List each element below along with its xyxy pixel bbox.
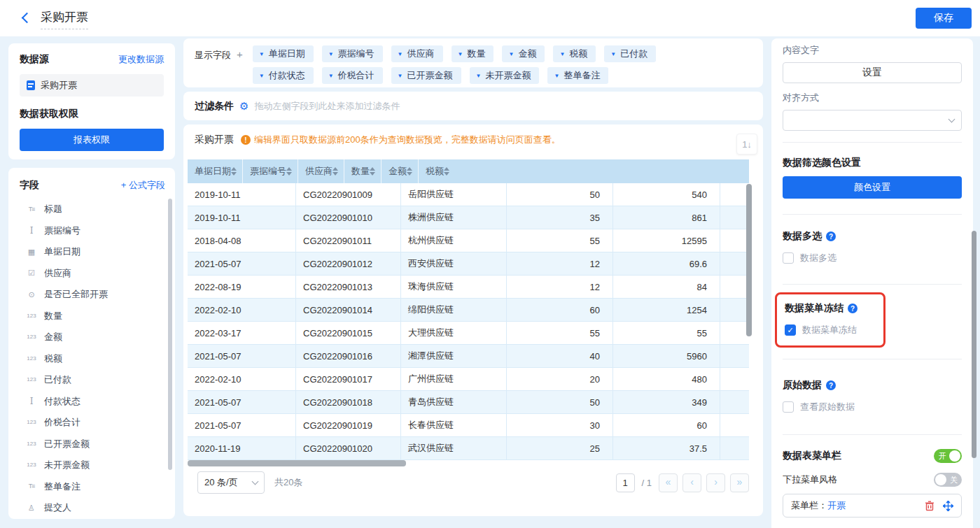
multi-select-checkbox-row[interactable]: 数据多选 [783,252,962,264]
sort-arrows-icon[interactable] [370,167,375,176]
add-formula-field-link[interactable]: + 公式字段 [121,179,165,192]
raw-data-checkbox-row[interactable]: 查看原始数据 [783,401,962,413]
table-row[interactable]: 2022-03-17 CG20220901015 大理供应链 55 55 [188,322,749,345]
datasource-item[interactable]: 采购开票 [20,74,164,97]
color-settings-button[interactable]: 颜色设置 [783,176,962,199]
field-list-item[interactable]: ☑ 供应商 [20,263,165,285]
document-icon [27,80,35,90]
help-icon[interactable]: ? [848,304,858,313]
display-field-chip[interactable]: ▼ 单据日期 [253,45,314,62]
checkbox-checked[interactable] [785,324,796,336]
table-horizontal-scrollbar[interactable] [188,460,406,466]
table-row[interactable]: 2022-08-19 CG20220901013 珠海供应链 12 84 [188,276,749,299]
menu-freeze-checkbox-row[interactable]: 数据菜单冻结 [785,324,875,336]
display-field-chip[interactable]: ▼ 未开票金额 [470,67,540,84]
table-column-header[interactable]: 数量 [344,159,382,183]
cell-supplier: 湘潭供应链 [401,345,507,367]
display-field-chip[interactable]: ▼ 供应商 [391,45,443,62]
table-column-header[interactable]: 税额 [419,159,455,183]
window-scrollbar[interactable] [972,231,976,458]
page-size-select[interactable]: 20 条/页 [197,471,265,494]
display-field-chip[interactable]: ▼ 付款状态 [253,67,314,84]
display-field-chip[interactable]: ▼ 税额 [553,45,596,62]
display-field-chip[interactable]: ▼ 数量 [451,45,494,62]
content-text-settings-button[interactable]: 设置 [783,62,962,83]
back-icon[interactable] [20,12,32,24]
field-list-item[interactable]: 123 数量 [20,306,165,327]
field-label: 税额 [44,352,62,365]
table-row[interactable]: 2018-04-08 CG20220901011 杭州供应链 55 12595 [188,229,749,252]
field-list-item[interactable]: I 付款状态 [20,391,165,413]
page-title: 采购开票 [41,9,88,29]
trash-icon[interactable] [925,501,934,511]
table-column-header[interactable]: 供应商 [298,159,344,183]
move-icon[interactable] [943,501,953,511]
dropdown-style-toggle-off[interactable]: 关 [934,473,962,487]
field-list-item[interactable]: T≡ 标题 [20,199,165,220]
table-column-header[interactable]: 单据日期 [188,159,243,183]
field-list-item[interactable]: 123 价税合计 [20,412,165,434]
field-list-item[interactable]: T≡ 整单备注 [20,476,165,498]
table-row[interactable]: 2021-05-07 CG20220901018 青岛供应链 50 349 [188,391,749,414]
gear-icon[interactable]: ⚙ [239,100,248,113]
display-field-chip[interactable]: ▼ 金额 [502,45,545,62]
table-row[interactable]: 2021-05-07 CG20220901012 西安供应链 12 69.6 [188,252,749,276]
align-select[interactable] [783,110,962,131]
fields-panel: 字段 + 公式字段 T≡ 标题 I 票据编号 ▦ 单据日期 ☑ 供应商 ⊙ 是否… [8,168,175,519]
chip-label: 票据编号 [338,48,374,60]
table-row[interactable]: 2019-10-11 CG20220901009 岳阳供应链 50 540 [188,183,749,206]
field-list-item[interactable]: 123 已付款 [20,369,165,391]
sort-arrows-icon[interactable] [444,167,449,176]
display-field-chip[interactable]: ▼ 已付款 [604,45,656,62]
field-list-item[interactable]: 123 未开票金额 [20,455,165,476]
sort-arrows-icon[interactable] [286,167,292,176]
checkbox-unchecked[interactable] [783,401,794,413]
menu-bar-item[interactable]: 菜单栏： 开票 [783,494,962,518]
sort-arrows-icon[interactable] [407,167,412,176]
table-vertical-scrollbar[interactable] [746,184,752,336]
help-icon[interactable]: ? [826,380,836,390]
prev-page-button[interactable]: ‹ [682,473,701,492]
help-icon[interactable]: ? [826,231,836,241]
field-list-item[interactable]: ▦ 单据日期 [20,241,165,263]
cell-supplier: 杭州供应链 [401,229,507,252]
preview-warning: ! 编辑界面只取数据源前200条作为查询数据预览，完整数据请访问页面查看。 [241,134,561,146]
last-page-button[interactable]: » [730,473,749,492]
dropdown-style-label: 下拉菜单风格 [783,473,837,486]
first-page-button[interactable]: « [659,473,678,492]
field-list: T≡ 标题 I 票据编号 ▦ 单据日期 ☑ 供应商 ⊙ 是否已全部开票 123 … [20,199,165,519]
table-column-header[interactable]: 票据编号 [243,159,298,183]
field-list-item[interactable]: ⊙ 是否已全部开票 [20,284,165,306]
table-row[interactable]: 2020-11-19 CG20220901020 武汉供应链 25 37.5 [188,437,749,460]
display-field-chip[interactable]: ▼ 整单备注 [547,67,608,84]
field-list-item[interactable]: 123 金额 [20,327,165,348]
table-column-header[interactable]: 金额 [382,159,419,183]
page-number-input[interactable] [616,473,635,492]
sort-tool-button[interactable]: 1↓ [736,134,757,155]
field-list-item[interactable]: 123 已开票金额 [20,434,165,455]
table-row[interactable]: 2021-05-07 CG20220901019 长春供应链 30 60 [188,414,749,437]
table-row[interactable]: 2022-02-10 CG20220901014 绵阳供应链 60 1254 [188,299,749,322]
report-permission-button[interactable]: 报表权限 [20,129,164,151]
field-list-item[interactable]: I 票据编号 [20,220,165,242]
cell-date: 2021-05-07 [188,391,296,413]
chip-label: 整单备注 [564,69,600,82]
field-list-item[interactable]: ♙ 提交人 [20,497,165,519]
table-row[interactable]: 2021-05-07 CG20220901016 湘潭供应链 40 5960 [188,345,749,368]
table-row[interactable]: 2022-02-10 CG20220901017 广州供应链 20 480 [188,368,749,391]
add-display-field-button[interactable]: + [237,48,243,80]
field-list-item[interactable]: 123 税额 [20,348,165,370]
sort-arrows-icon[interactable] [231,167,237,176]
change-datasource-link[interactable]: 更改数据源 [118,53,164,66]
display-field-chip[interactable]: ▼ 票据编号 [322,45,383,62]
table-row[interactable]: 2019-10-11 CG20220901010 株洲供应链 35 861 [188,206,749,229]
chevron-down-icon: ▼ [259,51,265,57]
next-page-button[interactable]: › [706,473,725,492]
save-button[interactable]: 保存 [916,8,972,29]
display-field-chip[interactable]: ▼ 价税合计 [322,67,383,84]
checkbox-unchecked[interactable] [783,252,794,264]
display-field-chip[interactable]: ▼ 已开票金额 [391,67,461,84]
sort-arrows-icon[interactable] [332,167,338,176]
field-list-scrollbar[interactable] [168,199,172,470]
table-menu-toggle-on[interactable]: 开 [934,449,962,463]
